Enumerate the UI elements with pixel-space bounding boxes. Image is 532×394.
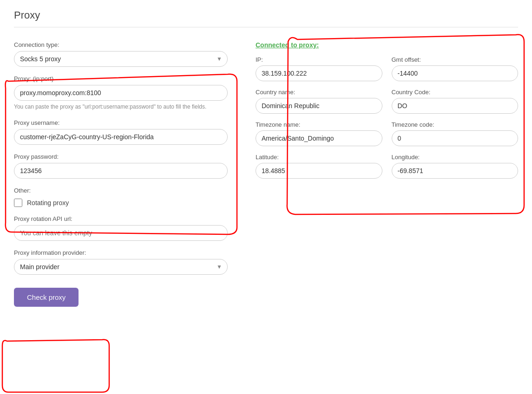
check-proxy-button[interactable]: Check proxy	[14, 288, 79, 307]
latitude-label: Latitude:	[256, 154, 382, 161]
username-label: Proxy username:	[14, 119, 228, 126]
rotating-proxy-checkbox[interactable]	[14, 199, 22, 207]
rotation-api-group: Proxy rotation API url:	[14, 215, 228, 241]
longitude-field: Longitude:	[392, 154, 519, 179]
timezone-code-field: Timezone code:	[392, 121, 519, 146]
connection-type-group: Connection type: Socks 5 proxy HTTP prox…	[14, 41, 228, 67]
other-section: Other: Rotating proxy	[14, 187, 228, 207]
left-panel: Connection type: Socks 5 proxy HTTP prox…	[14, 41, 228, 307]
country-name-label: Country name:	[256, 89, 382, 96]
info-grid: IP: Gmt offset: Country name: Country Co…	[256, 56, 518, 179]
page-title: Proxy	[14, 9, 518, 27]
timezone-name-field: Timezone name:	[256, 121, 382, 146]
latitude-input[interactable]	[256, 163, 382, 179]
longitude-input[interactable]	[392, 163, 519, 179]
gmt-offset-label: Gmt offset:	[392, 56, 519, 63]
country-code-input[interactable]	[392, 98, 519, 114]
password-field-group: Proxy password:	[14, 153, 228, 179]
timezone-code-input[interactable]	[392, 130, 519, 146]
info-provider-select[interactable]: Main provider	[14, 259, 228, 275]
connection-type-select[interactable]: Socks 5 proxy HTTP proxy HTTPS proxy	[14, 51, 228, 67]
gmt-offset-field: Gmt offset:	[392, 56, 519, 81]
country-code-label: Country Code:	[392, 89, 519, 96]
password-input[interactable]	[14, 163, 228, 179]
country-name-input[interactable]	[256, 98, 382, 114]
ip-label: IP:	[256, 56, 382, 63]
country-name-field: Country name:	[256, 89, 382, 114]
country-code-field: Country Code:	[392, 89, 519, 114]
proxy-field-label: Proxy: (ip:port)	[14, 75, 228, 82]
latitude-field: Latitude:	[256, 154, 382, 179]
longitude-label: Longitude:	[392, 154, 519, 161]
timezone-code-label: Timezone code:	[392, 121, 519, 128]
timezone-name-input[interactable]	[256, 130, 382, 146]
proxy-hint: You can paste the proxy as "url:port:use…	[14, 103, 228, 111]
ip-input[interactable]	[256, 65, 382, 81]
connected-label: Connected to proxy:	[256, 41, 518, 49]
username-input[interactable]	[14, 129, 228, 145]
info-provider-group: Proxy information provider: Main provide…	[14, 249, 228, 275]
proxy-field-group: Proxy: (ip:port) You can paste the proxy…	[14, 75, 228, 111]
connection-type-select-wrapper[interactable]: Socks 5 proxy HTTP proxy HTTPS proxy ▼	[14, 51, 228, 67]
gmt-offset-input[interactable]	[392, 65, 519, 81]
rotation-api-label: Proxy rotation API url:	[14, 215, 228, 222]
info-provider-select-wrapper[interactable]: Main provider ▼	[14, 259, 228, 275]
rotation-api-input[interactable]	[14, 225, 228, 241]
connection-type-label: Connection type:	[14, 41, 228, 48]
other-label: Other:	[14, 187, 228, 194]
rotating-proxy-label: Rotating proxy	[27, 199, 69, 207]
info-provider-label: Proxy information provider:	[14, 249, 228, 256]
proxy-input[interactable]	[14, 85, 228, 101]
page-container: Proxy Connection type: Socks 5 proxy HTT…	[0, 0, 532, 394]
right-panel: Connected to proxy: IP: Gmt offset: Coun…	[256, 41, 518, 307]
timezone-name-label: Timezone name:	[256, 121, 382, 128]
username-field-group: Proxy username:	[14, 119, 228, 145]
ip-field: IP:	[256, 56, 382, 81]
password-label: Proxy password:	[14, 153, 228, 160]
main-content: Connection type: Socks 5 proxy HTTP prox…	[14, 41, 518, 307]
rotating-proxy-row: Rotating proxy	[14, 199, 228, 207]
